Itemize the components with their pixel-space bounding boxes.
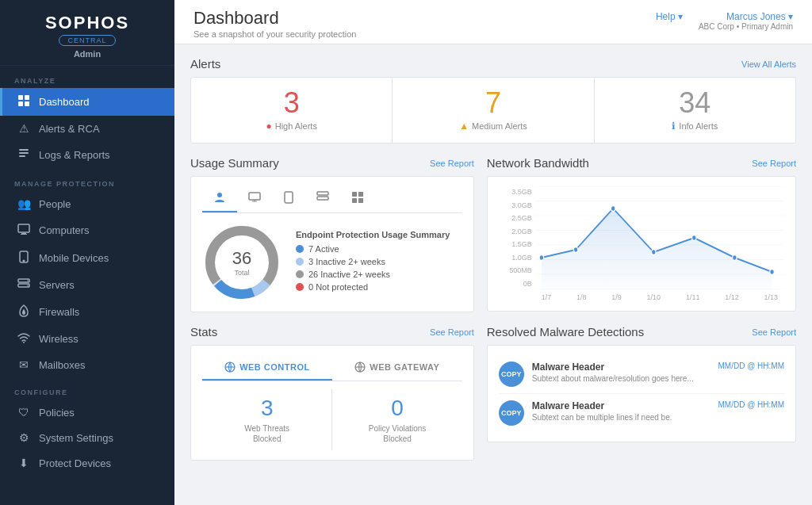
svg-point-17: [217, 193, 222, 197]
donut-label: Total: [232, 269, 251, 277]
firewalls-icon: [17, 304, 31, 319]
malware-panel: COPY Malware Header MM/DD @ HH:MM Subtex…: [487, 345, 796, 442]
sidebar-item-policies[interactable]: 🛡 Policies: [0, 400, 174, 425]
x-label-6: 1/13: [764, 293, 778, 301]
stats-panel: WEB CONTROL WEB GATEWAY 3 Web ThreatsBlo…: [190, 345, 474, 461]
sidebar-item-mobile[interactable]: Mobile Devices: [0, 244, 174, 272]
sidebar-logo: SOPHOS CENTRAL Admin: [0, 0, 174, 66]
system-icon: ⚙: [17, 431, 31, 444]
svg-point-44: [770, 270, 774, 275]
malware-title-1: Malware Header: [532, 400, 604, 411]
bandwidth-title: Network Bandwidth: [487, 156, 589, 170]
svg-point-39: [573, 247, 577, 253]
sidebar-item-system[interactable]: ⚙ System Settings: [0, 425, 174, 450]
svg-rect-21: [317, 197, 328, 200]
malware-section-header: Resolved Malware Detections See Report: [487, 325, 796, 339]
usage-summary-section: Usage Summary See Report: [190, 156, 474, 312]
malware-subtitle-0: Subtext about malware/resolution goes he…: [532, 374, 784, 383]
view-all-alerts-link[interactable]: View All Alerts: [741, 59, 796, 69]
medium-alerts-cell[interactable]: 7 ▲ Medium Alerts: [393, 78, 594, 143]
sidebar-item-firewalls[interactable]: Firewalls: [0, 298, 174, 326]
high-alerts-label: ● High Alerts: [199, 121, 384, 132]
svg-point-38: [539, 255, 543, 261]
malware-item-1[interactable]: COPY Malware Header MM/DD @ HH:MM Subtex…: [499, 394, 784, 432]
sidebar-item-people[interactable]: 👥 People: [0, 191, 174, 216]
stats-see-report-link[interactable]: See Report: [430, 327, 474, 337]
x-label-3: 1/10: [647, 293, 661, 301]
sidebar-item-logs[interactable]: Logs & Reports: [0, 141, 174, 169]
y-label-6: 500MB: [499, 266, 532, 274]
svg-rect-19: [285, 192, 293, 203]
bandwidth-see-report-link[interactable]: See Report: [752, 159, 796, 168]
policy-violations-count: 0: [335, 396, 458, 421]
malware-info-1: Malware Header MM/DD @ HH:MM Subtext can…: [532, 400, 784, 422]
malware-header-row-0: Malware Header MM/DD @ HH:MM: [532, 362, 784, 373]
sidebar-alerts-label: Alerts & RCA: [39, 123, 160, 135]
user-role: ABC Corp • Primary Admin: [699, 22, 793, 31]
svg-rect-6: [19, 155, 25, 157]
legend-item-2: 26 Inactive 2+ weeks: [296, 270, 462, 279]
malware-item-0[interactable]: COPY Malware Header MM/DD @ HH:MM Subtex…: [499, 355, 784, 394]
svg-point-40: [611, 206, 615, 212]
usage-tab-server[interactable]: [305, 186, 340, 212]
x-label-1: 1/8: [576, 293, 587, 301]
svg-rect-23: [358, 192, 363, 197]
info-alert-icon: ℹ: [672, 121, 676, 132]
svg-point-14: [27, 280, 29, 281]
alerts-panel: 3 ● High Alerts 7 ▲ Medium Alerts 34 ℹ I…: [190, 77, 796, 143]
y-label-2: 2.5GB: [499, 214, 532, 222]
usage-legend-title: Endpoint Protection Usage Summary: [296, 230, 462, 239]
sidebar: SOPHOS CENTRAL Admin ANALYZE Dashboard ⚠…: [0, 0, 174, 505]
legend-label-3: 0 Not protected: [308, 282, 368, 292]
info-alerts-count: 34: [603, 89, 787, 117]
donut-chart: 36 Total: [202, 223, 282, 302]
chart-y-axis: 3.5GB 3.0GB 2.5GB 2.0GB 1.5GB 1.0GB 500M…: [499, 186, 532, 289]
sidebar-item-wireless[interactable]: Wireless: [0, 326, 174, 352]
stats-tab-web-control[interactable]: WEB CONTROL: [202, 355, 332, 381]
bandwidth-chart-svg: [535, 186, 784, 289]
sidebar-item-computers[interactable]: Computers: [0, 216, 174, 244]
malware-title: Resolved Malware Detections: [487, 325, 644, 339]
policy-violations-cell: 0 Policy ViolationsBlocked: [332, 389, 462, 450]
sophos-admin-label: Admin: [74, 49, 101, 59]
usage-tab-desktop[interactable]: [237, 186, 272, 212]
topbar-right: Help ▾ Marcus Jones ▾ ABC Corp • Primary…: [656, 11, 793, 31]
malware-see-report-link[interactable]: See Report: [752, 327, 796, 337]
protect-icon: ⬇: [17, 457, 31, 469]
sidebar-item-servers[interactable]: Servers: [0, 272, 174, 298]
dashboard-icon: [17, 94, 31, 109]
usage-tab-grid[interactable]: [340, 186, 375, 212]
main-content: Dashboard See a snapshot of your securit…: [174, 0, 812, 505]
legend-item-3: 0 Not protected: [296, 282, 462, 292]
sidebar-item-mailboxes[interactable]: ✉ Mailboxes: [0, 352, 174, 377]
stats-tab-web-gateway[interactable]: WEB GATEWAY: [332, 355, 462, 381]
x-label-4: 1/11: [686, 293, 700, 301]
sidebar-item-alerts[interactable]: ⚠ Alerts & RCA: [0, 116, 174, 141]
svg-rect-24: [352, 198, 357, 203]
usage-tab-user[interactable]: [202, 186, 237, 212]
svg-point-43: [732, 255, 736, 261]
sidebar-item-protect[interactable]: ⬇ Protect Devices: [0, 450, 174, 476]
sidebar-item-dashboard[interactable]: Dashboard: [0, 88, 174, 116]
malware-info-0: Malware Header MM/DD @ HH:MM Subtext abo…: [532, 362, 784, 383]
usage-tab-tablet[interactable]: [272, 186, 305, 212]
medium-alert-icon: ▲: [459, 121, 469, 132]
policies-icon: 🛡: [17, 406, 31, 419]
help-button[interactable]: Help ▾: [656, 11, 683, 22]
malware-section: Resolved Malware Detections See Report C…: [487, 325, 796, 461]
topbar: Dashboard See a snapshot of your securit…: [174, 0, 812, 44]
high-alerts-cell[interactable]: 3 ● High Alerts: [191, 78, 393, 143]
stats-title: Stats: [190, 325, 217, 339]
info-alerts-cell[interactable]: 34 ℹ Info Alerts: [595, 78, 795, 143]
sidebar-system-label: System Settings: [39, 432, 160, 444]
medium-alerts-label: ▲ Medium Alerts: [400, 121, 585, 132]
bandwidth-panel: 3.5GB 3.0GB 2.5GB 2.0GB 1.5GB 1.0GB 500M…: [487, 176, 796, 312]
web-threats-label: Web ThreatsBlocked: [205, 423, 328, 444]
high-alert-icon: ●: [266, 121, 271, 132]
medium-alerts-count: 7: [400, 89, 585, 117]
malware-timestamp-0: MM/DD @ HH:MM: [718, 362, 784, 373]
usage-see-report-link[interactable]: See Report: [430, 159, 474, 168]
user-name[interactable]: Marcus Jones ▾: [699, 11, 793, 22]
svg-rect-9: [21, 234, 27, 235]
web-control-tab-label: WEB CONTROL: [239, 362, 310, 372]
